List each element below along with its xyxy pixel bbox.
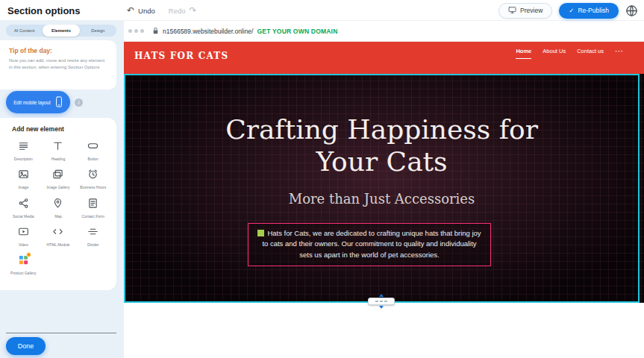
business-hours-icon [87,169,99,183]
site-url: n1566589.websitebuilder.online/ [163,28,253,35]
element-contact-form[interactable]: Contact Form [75,194,110,222]
tip-card: Tip of the day: Now you can add, move an… [0,40,116,90]
nav-home[interactable]: Home [516,48,531,59]
done-button[interactable]: Done [6,337,46,355]
heading-icon [52,140,63,154]
button-icon [87,140,99,154]
element-map[interactable]: Map [41,194,76,222]
element-video[interactable]: Video [6,222,41,250]
topbar: Section options ↶ Undo Redo ↷ Preview ✓ … [0,0,644,21]
contact-form-icon [87,198,99,212]
window-dot-icon [128,29,132,33]
nav-contact-us[interactable]: Contact us [577,48,604,58]
divider-icon [87,226,99,240]
element-drag-handle-icon[interactable] [257,230,264,236]
preview-button[interactable]: Preview [498,3,552,19]
redo-button[interactable]: Redo [169,7,186,15]
app-root: Section options ↶ Undo Redo ↷ Preview ✓ … [0,0,644,358]
redo-icon[interactable]: ↷ [190,6,197,15]
hero-paragraph-selected[interactable]: Hats for Cats, we are dedicated to craft… [248,223,491,266]
site-nav: Home About Us Contact us ⋯ [516,48,623,59]
nav-more-icon[interactable]: ⋯ [615,48,623,54]
hero-heading[interactable]: Crafting Happiness for Your Cats [203,113,561,178]
undo-icon[interactable]: ↶ [127,6,134,15]
site-header: Hats for Cats Home About Us Contact us ⋯ [124,42,644,74]
element-business-hours[interactable]: Business Hours [75,165,110,192]
element-image[interactable]: Image [6,165,41,192]
topbar-actions: Preview ✓ Re-Publish [498,0,638,21]
image-icon [18,169,29,183]
undo-button[interactable]: Undo [138,7,155,15]
element-button[interactable]: Button [75,136,110,164]
resize-arrow-down-icon [379,306,384,309]
element-image-gallery[interactable]: Image Gallery [41,165,76,192]
resize-grip[interactable] [368,298,395,305]
section-resize-handle[interactable] [366,294,396,309]
check-icon: ✓ [569,7,574,14]
add-element-panel: Add new element Description Heading Butt… [0,118,116,290]
description-icon [18,140,29,154]
info-icon[interactable]: i [75,98,83,107]
element-heading[interactable]: Heading [41,136,76,164]
element-social-media[interactable]: Social Media [6,194,41,222]
page-below-section [124,303,644,358]
element-product-gallery[interactable]: Product Gallery [6,251,41,278]
monitor-icon [508,6,516,16]
new-badge [26,252,31,257]
lock-icon [152,27,159,35]
sidebar: AI Content Elements Design Tip of the da… [0,21,124,358]
language-globe-icon[interactable] [625,4,638,17]
tab-ai-content[interactable]: AI Content [6,25,43,37]
site-preview: n1566589.websitebuilder.online/ GET YOUR… [124,21,644,358]
hero-paragraph-text: Hats for Cats, we are dedicated to craft… [262,229,481,259]
tab-design[interactable]: Design [80,25,116,37]
hero-section[interactable]: Crafting Happiness for Your Cats More th… [124,74,640,303]
map-pin-icon [52,198,63,212]
hero-subheading[interactable]: More than Just Accessories [124,191,640,207]
element-grid: Description Heading Button Image Image G… [0,136,116,278]
sidebar-divider [6,333,116,333]
code-icon [52,226,63,240]
preview-button-label: Preview [520,7,543,14]
republish-button-label: Re-Publish [578,7,609,14]
browser-bar: n1566589.websitebuilder.online/ GET YOUR… [124,21,644,42]
republish-button[interactable]: ✓ Re-Publish [559,3,619,19]
window-dot-icon [140,29,144,33]
site-logo[interactable]: Hats for Cats [134,51,228,61]
window-dot-icon [134,29,138,33]
edit-mobile-layout-button[interactable]: Edit mobile layout [6,91,70,113]
page-title: Section options [7,5,81,16]
nav-about-us[interactable]: About Us [543,48,566,58]
tab-elements[interactable]: Elements [43,25,79,37]
sidebar-tabs: AI Content Elements Design [6,25,116,37]
image-gallery-icon [52,169,63,183]
get-domain-link[interactable]: GET YOUR OWN DOMAIN [257,28,337,35]
element-html-module[interactable]: HTML Module [41,222,76,250]
video-icon [18,226,29,240]
phone-icon [55,96,63,108]
social-media-icon [18,198,29,212]
element-description[interactable]: Description [6,136,41,164]
element-divider[interactable]: Divider [75,222,110,250]
edit-mobile-label: Edit mobile layout [13,100,51,105]
tip-body: Now you can add, move and resize any ele… [9,57,107,71]
resize-arrow-up-icon [379,294,384,297]
add-element-title: Add new element [12,125,116,133]
undo-redo-group: ↶ Undo Redo ↷ [127,0,197,21]
tip-title: Tip of the day: [9,47,107,54]
